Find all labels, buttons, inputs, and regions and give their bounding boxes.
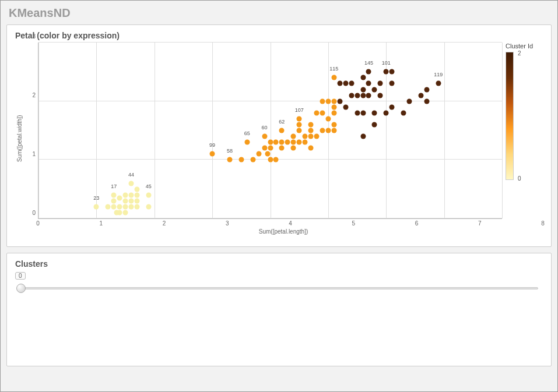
scatter-point[interactable] bbox=[320, 98, 325, 104]
scatter-point[interactable] bbox=[210, 151, 215, 157]
scatter-point[interactable] bbox=[349, 81, 354, 86]
scatter-point[interactable] bbox=[360, 87, 366, 92]
scatter-point[interactable] bbox=[355, 93, 360, 98]
scatter-point[interactable] bbox=[273, 140, 279, 145]
scatter-point[interactable] bbox=[325, 98, 331, 104]
scatter-point[interactable] bbox=[279, 146, 285, 151]
scatter-point[interactable] bbox=[384, 69, 389, 75]
scatter-point[interactable] bbox=[117, 195, 122, 200]
scatter-point[interactable] bbox=[129, 192, 134, 197]
scatter-point[interactable] bbox=[337, 81, 342, 86]
scatter-point[interactable] bbox=[378, 81, 383, 86]
scatter-point[interactable] bbox=[343, 104, 348, 110]
scatter-point[interactable] bbox=[146, 204, 151, 209]
scatter-point[interactable] bbox=[320, 128, 325, 133]
scatter-point[interactable] bbox=[134, 204, 139, 209]
scatter-point[interactable] bbox=[238, 157, 244, 163]
scatter-point[interactable] bbox=[268, 140, 273, 145]
scatter-point[interactable] bbox=[123, 210, 128, 215]
scatter-point[interactable] bbox=[303, 140, 308, 145]
scatter-point[interactable] bbox=[349, 93, 354, 98]
scatter-point[interactable] bbox=[106, 204, 111, 209]
scatter-point[interactable] bbox=[389, 69, 395, 75]
scatter-point[interactable] bbox=[331, 128, 336, 133]
scatter-point[interactable] bbox=[314, 134, 320, 139]
scatter-point[interactable] bbox=[117, 204, 122, 209]
scatter-point[interactable] bbox=[291, 134, 296, 139]
scatter-point[interactable] bbox=[343, 81, 348, 86]
scatter-point[interactable] bbox=[262, 146, 267, 151]
scatter-point[interactable] bbox=[308, 128, 314, 133]
scatter-point[interactable] bbox=[424, 87, 429, 92]
scatter-point[interactable] bbox=[325, 128, 331, 133]
scatter-point[interactable] bbox=[279, 128, 285, 133]
scatter-point[interactable] bbox=[123, 198, 128, 203]
scatter-point[interactable] bbox=[250, 157, 255, 163]
scatter-point[interactable] bbox=[372, 122, 377, 127]
scatter-point[interactable] bbox=[424, 98, 429, 104]
scatter-point[interactable] bbox=[129, 204, 134, 209]
scatter-point[interactable] bbox=[360, 93, 366, 98]
scatter-point[interactable] bbox=[331, 104, 336, 110]
scatter-point[interactable] bbox=[297, 116, 302, 121]
scatter-point[interactable] bbox=[129, 181, 134, 186]
scatter-point[interactable] bbox=[297, 140, 302, 145]
scatter-point[interactable] bbox=[129, 198, 134, 203]
slider-thumb[interactable] bbox=[16, 284, 26, 293]
scatter-point[interactable] bbox=[384, 110, 389, 115]
scatter-point[interactable] bbox=[331, 75, 336, 80]
slider[interactable] bbox=[15, 282, 543, 294]
scatter-point[interactable] bbox=[320, 110, 325, 115]
scatter-point[interactable] bbox=[134, 192, 139, 197]
scatter-point[interactable] bbox=[436, 81, 441, 86]
scatter-point[interactable] bbox=[291, 146, 296, 151]
scatter-point[interactable] bbox=[308, 146, 314, 151]
scatter-point[interactable] bbox=[111, 198, 117, 203]
scatter-point[interactable] bbox=[360, 75, 366, 80]
scatter-point[interactable] bbox=[268, 146, 273, 151]
scatter-point[interactable] bbox=[117, 210, 122, 215]
scatter-point[interactable] bbox=[331, 110, 336, 115]
scatter-point[interactable] bbox=[366, 93, 371, 98]
scatter-point[interactable] bbox=[285, 140, 290, 145]
scatter-plot[interactable]: 231744459958656062107115145101119 bbox=[38, 43, 502, 219]
scatter-point[interactable] bbox=[314, 110, 320, 115]
scatter-point[interactable] bbox=[256, 151, 261, 157]
scatter-point[interactable] bbox=[262, 134, 267, 139]
scatter-point[interactable] bbox=[337, 98, 342, 104]
scatter-point[interactable] bbox=[331, 122, 336, 127]
scatter-point[interactable] bbox=[372, 110, 377, 115]
scatter-point[interactable] bbox=[279, 140, 285, 145]
scatter-point[interactable] bbox=[111, 192, 117, 197]
scatter-point[interactable] bbox=[360, 134, 366, 139]
scatter-point[interactable] bbox=[123, 192, 128, 197]
scatter-point[interactable] bbox=[355, 110, 360, 115]
scatter-point[interactable] bbox=[265, 151, 270, 157]
scatter-point[interactable] bbox=[308, 122, 314, 127]
scatter-point[interactable] bbox=[297, 128, 302, 133]
scatter-point[interactable] bbox=[401, 110, 406, 115]
scatter-point[interactable] bbox=[418, 93, 423, 98]
scatter-point[interactable] bbox=[227, 157, 232, 163]
scatter-point[interactable] bbox=[244, 140, 250, 145]
scatter-point[interactable] bbox=[111, 204, 117, 209]
scatter-point[interactable] bbox=[134, 198, 139, 203]
scatter-point[interactable] bbox=[378, 93, 383, 98]
scatter-point[interactable] bbox=[273, 157, 279, 163]
scatter-point[interactable] bbox=[123, 204, 128, 209]
scatter-point[interactable] bbox=[331, 98, 336, 104]
scatter-point[interactable] bbox=[389, 81, 395, 86]
scatter-point[interactable] bbox=[268, 157, 273, 163]
scatter-point[interactable] bbox=[325, 116, 331, 121]
scatter-point[interactable] bbox=[134, 186, 139, 192]
scatter-point[interactable] bbox=[297, 122, 302, 127]
scatter-point[interactable] bbox=[407, 98, 412, 104]
scatter-point[interactable] bbox=[303, 134, 308, 139]
scatter-point[interactable] bbox=[372, 87, 377, 92]
scatter-point[interactable] bbox=[291, 140, 296, 145]
scatter-point[interactable] bbox=[389, 104, 395, 110]
scatter-point[interactable] bbox=[366, 69, 371, 75]
scatter-point[interactable] bbox=[146, 192, 151, 197]
scatter-point[interactable] bbox=[94, 204, 99, 209]
scatter-point[interactable] bbox=[360, 110, 366, 115]
